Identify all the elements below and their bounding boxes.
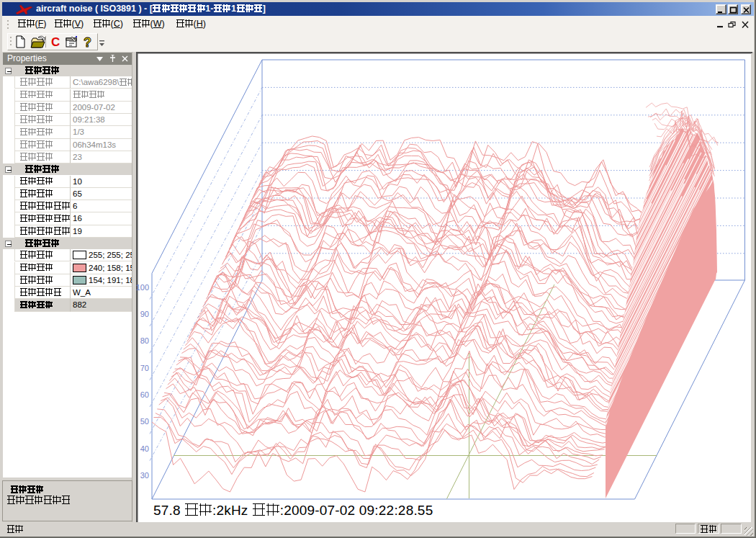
svg-text:40: 40 — [140, 444, 149, 453]
svg-text:90: 90 — [140, 310, 149, 318]
svg-text:?: ? — [84, 35, 91, 49]
svg-text:70: 70 — [140, 364, 149, 372]
svg-text:30: 30 — [140, 471, 149, 480]
svg-text:80: 80 — [140, 336, 149, 345]
svg-text:50: 50 — [140, 417, 149, 426]
svg-text:100: 100 — [136, 283, 149, 292]
svg-text:60: 60 — [140, 390, 149, 399]
svg-text:C: C — [51, 35, 60, 49]
